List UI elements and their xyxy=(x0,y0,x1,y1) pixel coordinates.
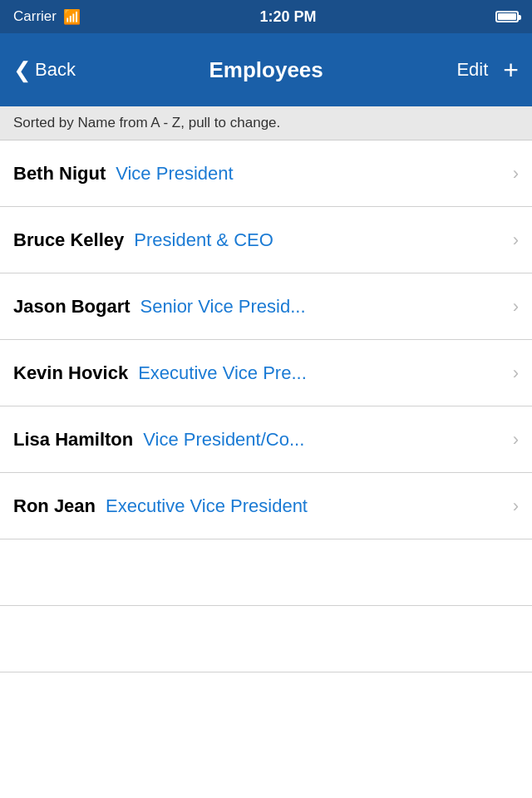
back-label: Back xyxy=(35,59,76,81)
employee-list: Beth NigutVice President›Bruce KelleyPre… xyxy=(0,140,532,539)
employee-name: Lisa Hamilton xyxy=(13,429,133,451)
status-left: Carrier 📶 xyxy=(13,8,81,26)
nav-right-actions: Edit + xyxy=(456,57,519,83)
empty-row-1 xyxy=(0,539,532,606)
employee-name: Kevin Hovick xyxy=(13,362,128,384)
table-row[interactable]: Kevin HovickExecutive Vice Pre...› xyxy=(0,340,532,406)
employee-name: Ron Jean xyxy=(13,495,96,517)
back-chevron-icon: ❮ xyxy=(13,59,32,81)
chevron-right-icon: › xyxy=(513,429,519,451)
sort-banner: Sorted by Name from A - Z, pull to chang… xyxy=(0,106,532,140)
employee-title: Senior Vice Presid... xyxy=(140,296,306,318)
chevron-right-icon: › xyxy=(513,296,519,318)
chevron-right-icon: › xyxy=(513,163,519,185)
employee-name: Bruce Kelley xyxy=(13,229,124,251)
chevron-right-icon: › xyxy=(513,362,519,384)
employee-title: President & CEO xyxy=(134,229,273,251)
table-row[interactable]: Lisa HamiltonVice President/Co...› xyxy=(0,406,532,473)
employee-title: Vice President xyxy=(116,163,233,185)
table-row[interactable]: Ron JeanExecutive Vice President› xyxy=(0,473,532,539)
table-row[interactable]: Bruce KelleyPresident & CEO› xyxy=(0,207,532,273)
employee-name: Jason Bogart xyxy=(13,296,131,318)
chevron-right-icon: › xyxy=(513,229,519,251)
wifi-icon: 📶 xyxy=(63,8,81,26)
employee-info: Kevin HovickExecutive Vice Pre... xyxy=(13,362,506,384)
add-button[interactable]: + xyxy=(503,57,519,83)
employee-title: Executive Vice President xyxy=(106,495,308,517)
status-bar: Carrier 📶 1:20 PM xyxy=(0,0,532,33)
employee-info: Beth NigutVice President xyxy=(13,163,506,185)
edit-button[interactable]: Edit xyxy=(456,59,488,81)
employee-info: Lisa HamiltonVice President/Co... xyxy=(13,429,506,451)
status-right xyxy=(495,11,519,22)
page-title: Employees xyxy=(209,57,323,83)
employee-title: Executive Vice Pre... xyxy=(138,362,307,384)
nav-bar: ❮ Back Employees Edit + xyxy=(0,33,532,106)
employee-info: Bruce KelleyPresident & CEO xyxy=(13,229,506,251)
employee-info: Ron JeanExecutive Vice President xyxy=(13,495,506,517)
table-row[interactable]: Jason BogartSenior Vice Presid...› xyxy=(0,273,532,340)
employee-title: Vice President/Co... xyxy=(143,429,304,451)
chevron-right-icon: › xyxy=(513,495,519,517)
employee-info: Jason BogartSenior Vice Presid... xyxy=(13,296,506,318)
status-time: 1:20 PM xyxy=(259,8,316,26)
carrier-label: Carrier xyxy=(13,8,57,25)
sort-label: Sorted by Name from A - Z, pull to chang… xyxy=(13,115,280,131)
battery-icon xyxy=(495,11,519,22)
employee-name: Beth Nigut xyxy=(13,163,106,185)
back-button[interactable]: ❮ Back xyxy=(13,59,76,81)
empty-row-2 xyxy=(0,606,532,672)
table-row[interactable]: Beth NigutVice President› xyxy=(0,140,532,207)
